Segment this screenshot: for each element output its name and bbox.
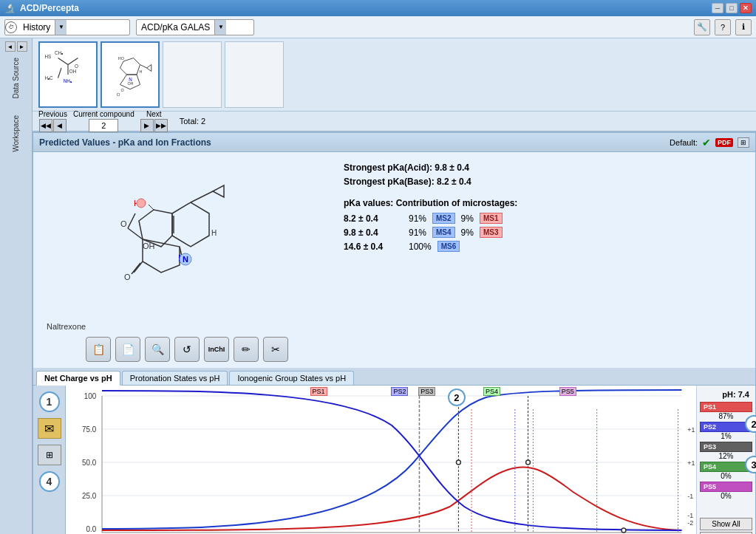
minimize-button[interactable]: ─ [712, 3, 723, 13]
data-source-label: Data Source [12, 58, 20, 99]
side-panel: ◄ ► Data Source Workspace [0, 38, 33, 534]
default-label: Default: [670, 138, 698, 147]
tab-bar: Net Charge vs pH Protonation States vs p… [33, 368, 755, 386]
tab-protonation[interactable]: Protonation States vs pH [122, 371, 228, 385]
svg-text:CH₃: CH₃ [55, 50, 64, 55]
maximize-button[interactable]: □ [726, 3, 738, 13]
previous-label: Previous [38, 110, 67, 118]
current-label: Current compound [73, 110, 134, 118]
svg-text:H₃C: H₃C [45, 75, 54, 81]
legend-ps3-badge[interactable]: PS3 [700, 442, 752, 452]
svg-text:+1: +1 [687, 459, 695, 467]
svg-line-34 [134, 261, 143, 273]
main-content: ◄ ► Data Source Workspace HS CH₃ OH H₃C [0, 38, 756, 534]
tab-net-charge[interactable]: Net Charge vs pH [36, 371, 120, 386]
total-compounds: Total: 2 [180, 117, 205, 126]
predicted-header: Predicted Values - pKa and Ion Fractions… [33, 133, 755, 152]
nav-last-button[interactable]: ▶▶ [154, 119, 168, 132]
legend-ps1: PS1 87% [700, 402, 752, 420]
ph-label: pH: 7.4 [700, 388, 752, 400]
svg-line-16 [140, 65, 147, 69]
legend-ps1-label: PS1 [704, 403, 716, 411]
history-dropdown-arrow[interactable]: ▼ [55, 20, 67, 35]
compound-thumb-2[interactable]: HO H OH N O O [101, 41, 160, 108]
svg-text:HO: HO [118, 56, 124, 61]
app-icon: 🔬 [4, 3, 16, 13]
nav-first-button[interactable]: ◀◀ [39, 119, 52, 132]
svg-text:100: 100 [84, 392, 97, 400]
svg-text:O: O [124, 273, 131, 281]
rotate-button[interactable]: ↺ [174, 337, 200, 362]
close-button[interactable]: ✕ [740, 3, 752, 13]
badge-1[interactable]: 1 [39, 391, 60, 412]
ms-badge-ms6[interactable]: MS6 [437, 241, 460, 252]
app-title: ACD/Percepta [20, 3, 79, 13]
method-dropdown[interactable]: ACD/pKa GALAS ▼ [136, 19, 254, 35]
export-icon[interactable]: ⊞ [738, 137, 749, 148]
legend-ps5-badge[interactable]: PS5 [700, 482, 752, 492]
window-controls: ─ □ ✕ [712, 3, 752, 13]
help-button[interactable]: ? [715, 19, 731, 35]
nav-prev-button[interactable]: ◀ [53, 119, 67, 132]
ms-badge-ms1[interactable]: MS1 [480, 213, 503, 224]
method-dropdown-arrow[interactable]: ▼ [214, 20, 226, 35]
pdf-icon[interactable]: PDF [715, 138, 733, 147]
info-button[interactable]: ℹ [735, 19, 752, 35]
ms-badge-ms4[interactable]: MS4 [432, 227, 455, 238]
pka-pct1-3: 100% [409, 242, 432, 252]
tab-ionogenic[interactable]: Ionogenic Group States vs pH [229, 371, 354, 385]
pka-row-1: 8.2 ± 0.4 91% MS2 9% MS1 [344, 213, 746, 224]
workspace-label: Workspace [12, 115, 20, 152]
side-panel-arrows: ◄ ► [5, 41, 27, 52]
history-label: History [18, 22, 55, 32]
badge-2-top[interactable]: 2 [448, 388, 466, 406]
ms-badge-ms3[interactable]: MS3 [480, 227, 503, 238]
chart-container: PS1 PS2 PS3 PS4 PS5 2 [66, 386, 696, 534]
svg-text:H: H [211, 229, 217, 237]
svg-text:-1: -1 [687, 512, 693, 519]
legend-ps1-badge[interactable]: PS1 [700, 402, 752, 412]
history-dropdown[interactable]: ⏱ History ▼ [4, 19, 130, 35]
nav-bar: Previous ◀◀ ◀ Current compound Next ▶ ▶▶… [33, 112, 756, 132]
legend-ps4-label: PS4 [704, 463, 716, 470]
copy-image-button[interactable]: 📋 [86, 337, 111, 362]
pka-row-3: 14.6 ± 0.4 100% MS6 [344, 241, 746, 252]
molecule-toolbar: 📋 📄 🔍 ↺ InChI ✏ ✂ [86, 337, 288, 362]
compound-thumb-1[interactable]: HS CH₃ OH H₃C NH₂ O [38, 41, 98, 108]
settings-button[interactable]: 🔧 [694, 19, 710, 35]
nav-previous-section: Previous ◀◀ ◀ [38, 110, 67, 132]
inchi-button[interactable]: InChI [204, 337, 229, 362]
chart-tool-2[interactable]: ⊞ [38, 445, 61, 465]
badge-4[interactable]: 4 [39, 471, 60, 492]
check-icon[interactable]: ✔ [702, 137, 711, 148]
chart-tool-1[interactable]: ✉ [38, 418, 61, 439]
main-toolbar: ⏱ History ▼ ACD/pKa GALAS ▼ 🔧 ? ℹ [0, 16, 756, 38]
svg-line-32 [191, 191, 213, 202]
toolbar-right: 🔧 ? ℹ [694, 19, 752, 35]
svg-text:O: O [117, 92, 120, 97]
show-all-button[interactable]: Show All [700, 518, 752, 530]
erase-button[interactable]: ✂ [263, 337, 288, 362]
nav-next-button[interactable]: ▶ [140, 119, 154, 132]
chart-area: 1 ✉ ⊞ 4 PS1 PS2 PS3 PS4 PS5 [33, 386, 755, 534]
copy-molfile-button[interactable]: 📄 [115, 337, 140, 362]
predicted-title: Predicted Values - pKa and Ion Fractions [39, 137, 211, 148]
title-bar: 🔬 ACD/Percepta ─ □ ✕ [0, 0, 756, 16]
svg-line-25 [128, 213, 135, 228]
svg-text:OH: OH [69, 69, 77, 74]
pka-table-header: pKa values: Contribution of microstages: [344, 198, 746, 208]
search-button[interactable]: 🔍 [145, 337, 170, 362]
svg-text:N: N [183, 255, 188, 264]
ms-badge-ms2[interactable]: MS2 [432, 213, 455, 224]
edit-button[interactable]: ✏ [234, 337, 259, 362]
legend-ps1-pct: 87% [700, 412, 752, 420]
pka-pct2-1: 9% [461, 213, 474, 224]
legend-ps3: PS3 12% [700, 442, 752, 460]
compound-svg-1: HS CH₃ OH H₃C NH₂ O [41, 45, 95, 104]
legend-ps5-label: PS5 [704, 483, 716, 490]
panel-collapse-left[interactable]: ◄ [5, 41, 16, 52]
svg-line-2 [58, 58, 69, 65]
current-compound-input[interactable] [89, 119, 118, 132]
legend-ps3-label: PS3 [704, 443, 716, 451]
panel-expand-right[interactable]: ► [17, 41, 27, 52]
